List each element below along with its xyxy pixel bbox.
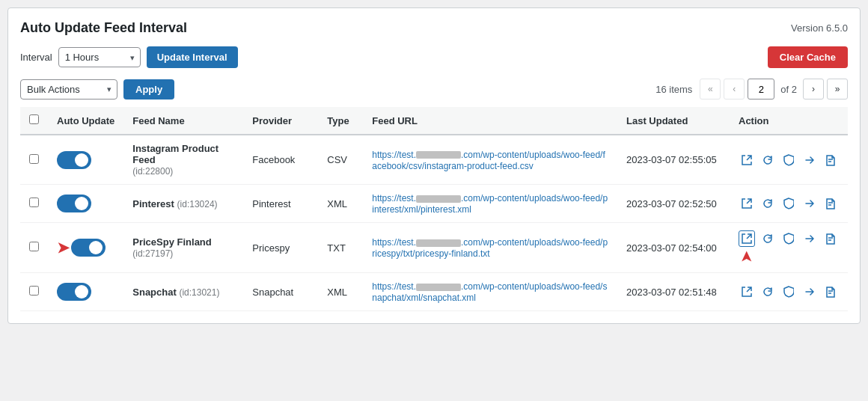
feed-id: (id:13024) [177, 199, 218, 209]
col-header-feedname: Feed Name [123, 107, 243, 135]
feed-name: PriceSpy Finland [132, 236, 211, 248]
pagination-first-button[interactable]: « [700, 79, 721, 100]
document-icon[interactable] [822, 230, 839, 247]
table-row: Snapchat (id:13021) Snapchat XML https:/… [20, 273, 848, 311]
table-row: Instagram Product Feed (id:22800) Facebo… [20, 135, 848, 185]
external-link-icon[interactable] [739, 152, 755, 168]
feed-id: (id:13021) [179, 287, 219, 298]
document-icon[interactable] [822, 152, 839, 168]
refresh-icon[interactable] [760, 230, 776, 247]
auto-update-toggle[interactable] [57, 151, 91, 169]
action-icons [739, 230, 839, 247]
col-header-lastupdated: Last Updated [617, 107, 730, 135]
shield-icon[interactable] [780, 230, 797, 247]
table-row: ➤ PriceSpy Finland (id:27197) Pricespy T… [20, 223, 848, 273]
shield-icon[interactable] [780, 152, 797, 168]
shield-icon[interactable] [780, 284, 797, 300]
auto-update-toggle[interactable] [57, 195, 91, 212]
row-checkbox[interactable] [29, 242, 39, 251]
feed-provider: Pricespy [243, 223, 318, 273]
version-label: Version 6.5.0 [791, 22, 848, 34]
document-icon[interactable] [822, 284, 839, 300]
col-header-action: Action [730, 107, 848, 135]
feed-id: (id:22800) [132, 166, 173, 177]
arrow-right-icon[interactable] [801, 230, 818, 247]
action-icons [739, 284, 839, 300]
pagination-next-button[interactable]: › [803, 79, 824, 100]
interval-select-wrap[interactable]: 1 Hours 2 Hours 6 Hours 12 Hours 24 Hour… [58, 47, 141, 67]
items-count: 16 items [655, 84, 692, 95]
feed-type: XML [318, 185, 363, 223]
feed-name: Pinterest [132, 198, 174, 209]
refresh-icon[interactable] [760, 195, 776, 212]
feed-name: Snapchat [132, 287, 177, 298]
table-row: Pinterest (id:13024) Pinterest XML https… [20, 185, 848, 223]
apply-button[interactable]: Apply [123, 79, 174, 100]
page-title: Auto Update Feed Interval [20, 20, 187, 36]
feed-url-link[interactable]: https://test..com/wp-content/uploads/woo… [372, 281, 607, 303]
feed-provider: Pinterest [243, 185, 318, 223]
col-header-autoupdate: Auto Update [48, 107, 123, 135]
arrow-right-icon[interactable] [801, 284, 818, 300]
external-link-icon[interactable] [739, 284, 755, 300]
pagination-of-label: of 2 [780, 84, 797, 95]
arrow-right-icon[interactable] [801, 195, 818, 212]
pagination-last-button[interactable]: » [827, 79, 848, 100]
auto-update-toggle[interactable] [71, 239, 106, 257]
feed-url-link[interactable]: https://test..com/wp-content/uploads/woo… [372, 193, 608, 215]
external-link-icon[interactable] [739, 195, 755, 212]
feed-last-updated: 2023-03-07 02:54:00 [617, 223, 730, 273]
refresh-icon[interactable] [760, 284, 776, 300]
col-header-provider: Provider [243, 107, 318, 135]
feed-provider: Snapchat [243, 273, 318, 311]
feed-id: (id:27197) [132, 248, 173, 259]
feed-type: XML [318, 273, 363, 311]
interval-select[interactable]: 1 Hours 2 Hours 6 Hours 12 Hours 24 Hour… [58, 47, 141, 67]
feed-last-updated: 2023-03-07 02:52:50 [617, 185, 730, 223]
row-checkbox[interactable] [29, 198, 39, 207]
auto-update-toggle[interactable] [57, 283, 91, 301]
action-icons [739, 152, 839, 168]
pagination-area: 16 items « ‹ of 2 › » [655, 79, 848, 100]
document-icon[interactable] [822, 195, 839, 212]
update-interval-button[interactable]: Update Interval [147, 46, 238, 68]
shield-icon[interactable] [780, 195, 797, 212]
annotation-arrow-up: ➤ [739, 248, 839, 265]
row-checkbox[interactable] [29, 286, 39, 296]
col-header-feedurl: Feed URL [363, 107, 617, 135]
feed-url-link[interactable]: https://test..com/wp-content/uploads/woo… [372, 150, 605, 171]
interval-label: Interval [20, 52, 52, 63]
external-link-icon[interactable] [739, 230, 755, 247]
feed-last-updated: 2023-03-07 02:55:05 [617, 135, 730, 185]
pagination-page-input[interactable] [748, 79, 774, 100]
annotation-arrow-left: ➤ [57, 239, 70, 257]
refresh-icon[interactable] [760, 152, 776, 168]
row-checkbox[interactable] [29, 154, 39, 164]
arrow-right-icon[interactable] [801, 152, 818, 168]
feed-type: CSV [318, 135, 363, 185]
feed-last-updated: 2023-03-07 02:51:48 [617, 273, 730, 311]
feed-provider: Facebook [243, 135, 318, 185]
feed-type: TXT [318, 223, 363, 273]
feed-url-link[interactable]: https://test..com/wp-content/uploads/woo… [372, 237, 608, 259]
clear-cache-button[interactable]: Clear Cache [768, 46, 848, 68]
pagination-prev-button[interactable]: ‹ [724, 79, 745, 100]
feed-table: Auto Update Feed Name Provider Type Feed… [20, 107, 848, 311]
feed-name: Instagram Product Feed [132, 143, 218, 165]
bulk-actions-select-wrap[interactable]: Bulk Actions [20, 79, 117, 100]
col-header-type: Type [318, 107, 363, 135]
select-all-checkbox[interactable] [29, 114, 39, 124]
action-icons [739, 195, 839, 212]
bulk-actions-select[interactable]: Bulk Actions [20, 79, 117, 100]
